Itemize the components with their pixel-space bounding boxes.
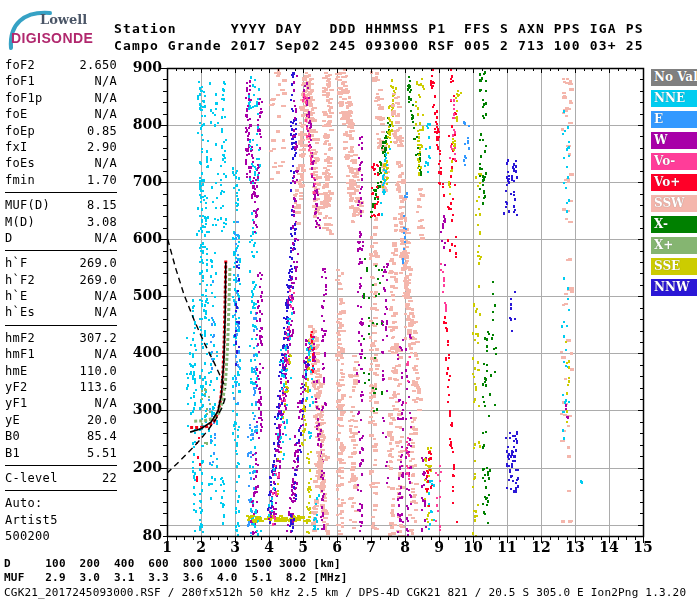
x-tick-label: 1 — [151, 539, 183, 555]
param-name: foF1 — [5, 73, 35, 89]
param-row: fmin1.70 — [5, 172, 117, 188]
status-line: CGK21_2017245093000.RSF / 280fx512h 50 k… — [4, 586, 686, 599]
legend-item: SSW — [651, 195, 697, 212]
param-name: h`E — [5, 288, 28, 304]
legend-item: Vo+ — [651, 174, 697, 191]
header-station-values: Campo Grande 2017 Sep02 245 093000 RSF 0… — [114, 38, 644, 53]
param-value: N/A — [94, 155, 117, 171]
x-tick-label: 4 — [253, 539, 285, 555]
param-row: C-level22 — [5, 470, 117, 486]
param-row: B15.51 — [5, 445, 117, 461]
legend-item: W — [651, 132, 697, 149]
param-row: foF1N/A — [5, 73, 117, 89]
param-value: 110.0 — [79, 363, 117, 379]
param-value: 85.4 — [87, 428, 117, 444]
x-tick-label: 15 — [627, 539, 659, 555]
param-name: h`F2 — [5, 272, 35, 288]
x-tick-label: 5 — [287, 539, 319, 555]
param-row: h`EN/A — [5, 288, 117, 304]
param-row: MUF(D)8.15 — [5, 197, 117, 213]
param-value: 269.0 — [79, 255, 117, 271]
x-tick-label: 3 — [219, 539, 251, 555]
param-name: M(D) — [5, 214, 35, 230]
x-tick-label: 6 — [321, 539, 353, 555]
param-row: Artist5 — [5, 512, 117, 528]
param-name: D — [5, 230, 13, 246]
x-tick-label: 7 — [355, 539, 387, 555]
param-separator — [5, 490, 117, 491]
legend-item: E — [651, 111, 697, 128]
param-value: N/A — [94, 395, 117, 411]
param-value: 113.6 — [79, 379, 117, 395]
x-tick-label: 14 — [593, 539, 625, 555]
param-row: hmF1N/A — [5, 346, 117, 362]
param-name: yE — [5, 412, 20, 428]
param-row: foF22.650 — [5, 57, 117, 73]
param-value: 8.15 — [87, 197, 117, 213]
param-row: M(D)3.08 — [5, 214, 117, 230]
param-name: 500200 — [5, 528, 50, 544]
param-name: foF1p — [5, 90, 43, 106]
y-tick-label: 800 — [130, 116, 162, 132]
param-value: 20.0 — [87, 412, 117, 428]
param-value: 2.90 — [87, 139, 117, 155]
param-value: 0.85 — [87, 123, 117, 139]
param-value: N/A — [94, 288, 117, 304]
param-row: h`EsN/A — [5, 304, 117, 320]
x-tick-label: 12 — [525, 539, 557, 555]
param-value: 5.51 — [87, 445, 117, 461]
param-name: foE — [5, 106, 28, 122]
x-tick-label: 13 — [559, 539, 591, 555]
param-value: N/A — [94, 304, 117, 320]
lowell-digisonde-logo: Lowell DIGISONDE — [4, 8, 116, 52]
param-row: hmF2307.2 — [5, 330, 117, 346]
param-row: yF1N/A — [5, 395, 117, 411]
param-name: hmF2 — [5, 330, 35, 346]
param-name: hmF1 — [5, 346, 35, 362]
param-value: 269.0 — [79, 272, 117, 288]
param-row: foF1pN/A — [5, 90, 117, 106]
param-value: N/A — [94, 230, 117, 246]
x-tick-label: 10 — [457, 539, 489, 555]
param-name: hmE — [5, 363, 28, 379]
x-tick-label: 11 — [491, 539, 523, 555]
y-tick-label: 200 — [130, 459, 162, 475]
param-row: foEN/A — [5, 106, 117, 122]
param-value: 3.08 — [87, 214, 117, 230]
legend-item: No Val — [651, 69, 697, 86]
param-row: h`F269.0 — [5, 255, 117, 271]
param-row: fxI2.90 — [5, 139, 117, 155]
param-separator — [5, 250, 117, 251]
param-name: yF1 — [5, 395, 28, 411]
y-tick-label: 300 — [130, 401, 162, 417]
param-value: 307.2 — [79, 330, 117, 346]
param-row: hmE110.0 — [5, 363, 117, 379]
param-name: fmin — [5, 172, 35, 188]
param-name: Auto: — [5, 495, 43, 511]
param-name: fxI — [5, 139, 28, 155]
muf-row: MUF 2.9 3.0 3.1 3.3 3.6 4.0 5.1 8.2 [MHz… — [4, 571, 348, 584]
param-row: Auto: — [5, 495, 117, 511]
param-name: B1 — [5, 445, 20, 461]
param-name: foEp — [5, 123, 35, 139]
x-tick-label: 2 — [185, 539, 217, 555]
param-name: h`Es — [5, 304, 35, 320]
param-name: foF2 — [5, 57, 35, 73]
legend-item: NNE — [651, 90, 697, 107]
legend-item: Vo- — [651, 153, 697, 170]
x-tick-label: 8 — [389, 539, 421, 555]
param-row: DN/A — [5, 230, 117, 246]
param-separator — [5, 465, 117, 466]
param-value: 22 — [102, 470, 117, 486]
param-row: foEsN/A — [5, 155, 117, 171]
param-value: 2.650 — [79, 57, 117, 73]
x-tick-label: 9 — [423, 539, 455, 555]
legend-item: SSE — [651, 258, 697, 275]
doppler-direction-legend: No ValNNEEWVo-Vo+SSWX-X+SSENNW — [651, 69, 697, 300]
legend-item: NNW — [651, 279, 697, 296]
logo-digisonde-text: DIGISONDE — [11, 30, 93, 46]
param-row: yE20.0 — [5, 412, 117, 428]
param-name: C-level — [5, 470, 58, 486]
param-name: yF2 — [5, 379, 28, 395]
param-value: N/A — [94, 73, 117, 89]
